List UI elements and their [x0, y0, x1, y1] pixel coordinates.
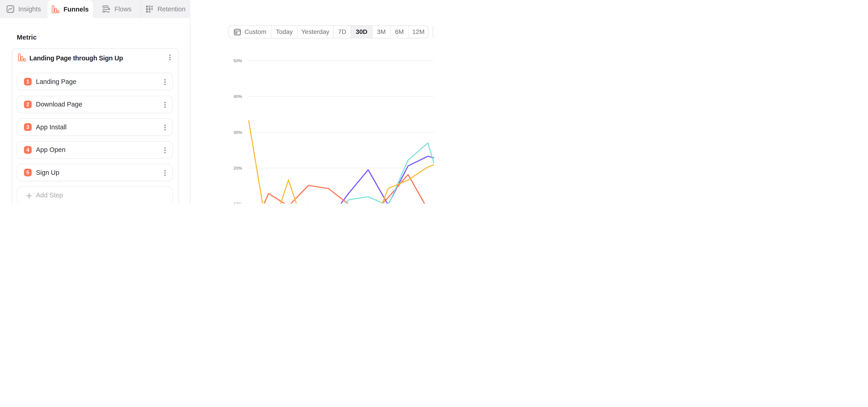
- svg-text:10%: 10%: [234, 202, 242, 204]
- svg-text:50%: 50%: [234, 58, 242, 63]
- svg-text:40%: 40%: [234, 94, 242, 99]
- svg-text:30%: 30%: [234, 130, 242, 135]
- svg-text:20%: 20%: [234, 166, 242, 170]
